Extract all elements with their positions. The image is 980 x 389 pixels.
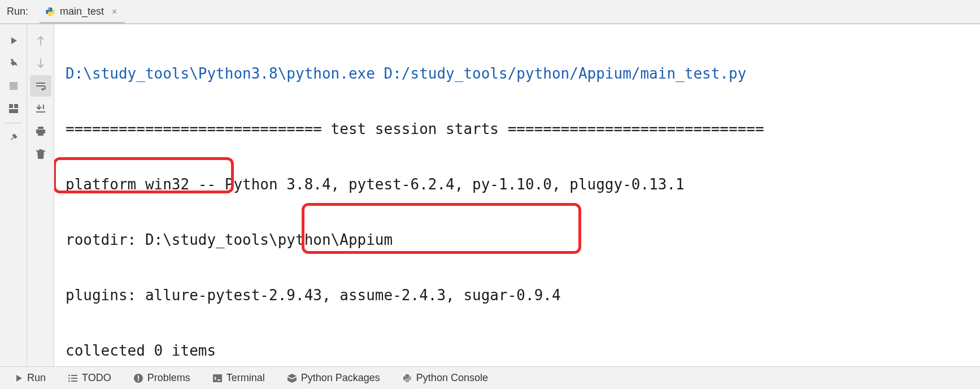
run-label: Run: — [2, 6, 40, 23]
footer-label: Run — [27, 372, 46, 384]
pin-button[interactable] — [3, 127, 24, 148]
print-button[interactable] — [30, 120, 51, 142]
footer-problems-tab[interactable]: Problems — [124, 369, 201, 387]
problems-icon — [134, 374, 143, 383]
footer-todo-tab[interactable]: TODO — [58, 369, 121, 387]
run-toolbar-secondary — [27, 24, 54, 366]
console-output[interactable]: D:\study_tools\Python3.8\python.exe D:/s… — [54, 24, 980, 366]
tab-label: main_test — [60, 6, 104, 18]
bottom-tool-bar: Run TODO Problems Terminal Python Packag… — [0, 366, 980, 389]
console-line: plugins: allure-pytest-2.9.43, assume-2.… — [66, 282, 969, 309]
run-toolbar-left — [0, 24, 27, 366]
packages-icon — [288, 374, 297, 383]
footer-label: Problems — [147, 372, 190, 384]
run-panel-header: Run: main_test × — [0, 0, 980, 24]
footer-label: Terminal — [227, 372, 265, 384]
footer-console-tab[interactable]: Python Console — [393, 369, 498, 387]
down-arrow-button[interactable] — [30, 53, 51, 74]
svg-rect-0 — [10, 82, 18, 90]
run-panel-body: D:\study_tools\Python3.8\python.exe D:/s… — [0, 24, 980, 366]
terminal-icon — [213, 374, 222, 382]
list-icon — [68, 374, 77, 382]
python-file-icon — [45, 7, 55, 17]
console-line: rootdir: D:\study_tools\python\Appium — [66, 226, 969, 254]
run-tab[interactable]: main_test × — [40, 1, 125, 24]
console-command-line: D:\study_tools\Python3.8\python.exe D:/s… — [66, 60, 969, 88]
soft-wrap-button[interactable] — [30, 75, 51, 97]
footer-terminal-tab[interactable]: Terminal — [203, 369, 275, 387]
up-arrow-button[interactable] — [30, 30, 51, 51]
play-icon — [15, 374, 23, 382]
console-line: collected 0 items — [66, 337, 969, 365]
stop-button[interactable] — [3, 75, 24, 97]
separator — [5, 123, 22, 123]
python-icon — [403, 374, 412, 383]
close-icon[interactable]: × — [112, 7, 117, 17]
svg-rect-1 — [9, 104, 13, 108]
svg-rect-5 — [138, 375, 139, 379]
svg-rect-6 — [138, 380, 139, 381]
footer-packages-tab[interactable]: Python Packages — [277, 369, 390, 387]
footer-run-tab[interactable]: Run — [5, 369, 56, 387]
layout-button[interactable] — [3, 98, 24, 119]
rerun-button[interactable] — [3, 30, 24, 51]
scroll-to-end-button[interactable] — [30, 98, 51, 119]
svg-rect-3 — [9, 109, 18, 113]
svg-rect-2 — [14, 104, 18, 108]
console-line: ============================= test sessi… — [66, 115, 969, 143]
delete-button[interactable] — [30, 143, 51, 165]
footer-label: Python Packages — [301, 372, 380, 384]
settings-button[interactable] — [3, 53, 24, 74]
footer-label: TODO — [82, 372, 111, 384]
svg-rect-7 — [213, 374, 222, 382]
console-line: platform win32 -- Python 3.8.4, pytest-6… — [66, 171, 969, 198]
footer-label: Python Console — [416, 372, 488, 384]
